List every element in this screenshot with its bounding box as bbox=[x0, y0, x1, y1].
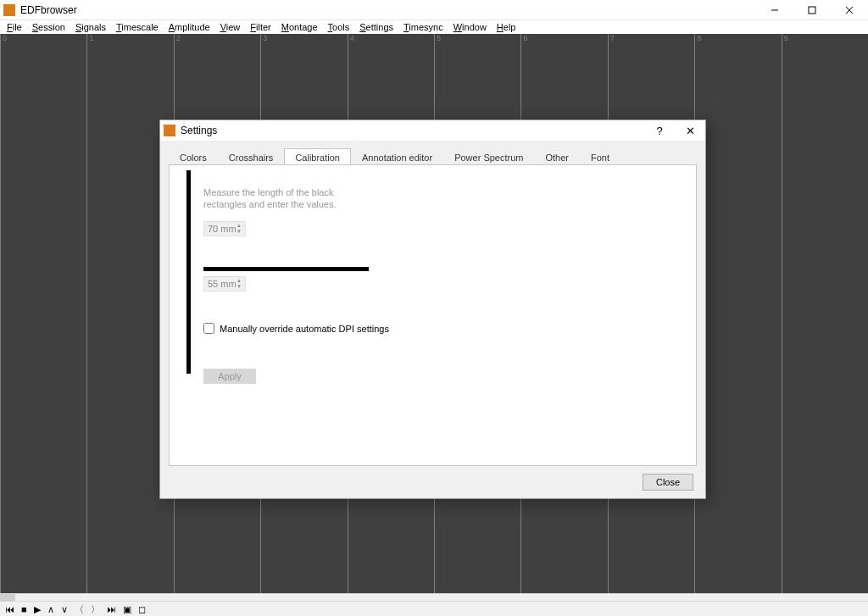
tab-calibration[interactable]: Calibration bbox=[284, 148, 351, 165]
time-scrollbar[interactable] bbox=[0, 594, 868, 602]
svg-rect-1 bbox=[809, 7, 815, 14]
tab-other[interactable]: Other bbox=[534, 148, 580, 165]
calibration-instructions: Measure the length of the black rectangl… bbox=[203, 187, 348, 211]
vertical-calibration-bar bbox=[186, 170, 191, 374]
menu-timescale[interactable]: Timescale bbox=[111, 22, 164, 32]
time-ruler: 0 1 2 3 4 5 6 7 8 9 bbox=[0, 34, 868, 44]
app-icon bbox=[3, 4, 15, 16]
menu-window[interactable]: Window bbox=[448, 22, 492, 32]
dialog-close-x-button[interactable]: ✕ bbox=[675, 120, 705, 141]
dialog-icon bbox=[164, 125, 175, 136]
menu-file[interactable]: File bbox=[2, 22, 27, 32]
vertical-length-value: 70 mm bbox=[208, 224, 236, 234]
skip-end-icon[interactable]: ⏭ bbox=[107, 604, 116, 614]
menu-montage[interactable]: Montage bbox=[276, 22, 323, 32]
close-window-button[interactable] bbox=[831, 0, 868, 20]
time-scrollbar-thumb[interactable] bbox=[0, 594, 15, 602]
maximize-button[interactable] bbox=[793, 0, 831, 20]
override-dpi-row[interactable]: Manually override automatic DPI settings bbox=[203, 323, 389, 334]
apply-button[interactable]: Apply bbox=[203, 369, 256, 384]
menu-session[interactable]: Session bbox=[27, 22, 70, 32]
override-dpi-label: Manually override automatic DPI settings bbox=[220, 324, 389, 334]
tab-font[interactable]: Font bbox=[580, 148, 620, 165]
tick-label: 8 bbox=[697, 34, 701, 42]
minimize-button[interactable] bbox=[756, 0, 793, 20]
close-button[interactable]: Close bbox=[643, 474, 693, 491]
signal-viewer[interactable]: 0 1 2 3 4 5 6 7 8 9 Settings ? ✕ Colors … bbox=[0, 34, 868, 593]
menu-amplitude[interactable]: Amplitude bbox=[164, 22, 215, 32]
menu-filter[interactable]: Filter bbox=[245, 22, 275, 32]
app-title: EDFbrowser bbox=[20, 4, 77, 16]
menu-tools[interactable]: Tools bbox=[323, 22, 355, 32]
settings-tabbar: Colors Crosshairs Calibration Annotation… bbox=[169, 146, 697, 164]
menu-signals[interactable]: Signals bbox=[70, 22, 111, 32]
dialog-footer: Close bbox=[160, 466, 705, 498]
menu-view[interactable]: View bbox=[215, 22, 246, 32]
dialog-title: Settings bbox=[181, 125, 217, 136]
tick-label: 1 bbox=[89, 34, 93, 42]
tab-annotation-editor[interactable]: Annotation editor bbox=[351, 148, 443, 165]
spinner-arrows-icon[interactable]: ▲▼ bbox=[234, 277, 244, 291]
tick-label: 6 bbox=[523, 34, 527, 42]
spinner-arrows-icon[interactable]: ▲▼ bbox=[234, 222, 244, 236]
calibration-pane: Measure the length of the black rectangl… bbox=[169, 164, 697, 466]
transport-controls: ⏮ ■ ▶ ∧ ∨ 〈 〉 ⏭ ▣ ◻ bbox=[0, 602, 868, 616]
next-icon[interactable]: 〉 bbox=[91, 603, 100, 616]
vertical-length-spinner[interactable]: 70 mm ▲▼ bbox=[203, 221, 246, 236]
override-dpi-checkbox[interactable] bbox=[203, 323, 214, 334]
dialog-titlebar: Settings ? ✕ bbox=[160, 120, 705, 141]
tick-label: 2 bbox=[176, 34, 181, 42]
window-controls bbox=[756, 0, 868, 20]
tick-label: 9 bbox=[784, 34, 788, 42]
settings-dialog: Settings ? ✕ Colors Crosshairs Calibrati… bbox=[159, 119, 706, 499]
tick-label: 0 bbox=[3, 34, 7, 42]
tick-label: 5 bbox=[437, 34, 441, 42]
tick-label: 7 bbox=[610, 34, 615, 42]
horizontal-length-spinner[interactable]: 55 mm ▲▼ bbox=[203, 276, 246, 291]
horizontal-calibration-bar bbox=[203, 267, 369, 271]
mode-b-icon[interactable]: ◻ bbox=[138, 604, 146, 615]
menu-timesync[interactable]: Timesync bbox=[398, 22, 448, 32]
horizontal-length-value: 55 mm bbox=[208, 279, 236, 289]
skip-start-icon[interactable]: ⏮ bbox=[5, 604, 14, 614]
dialog-help-button[interactable]: ? bbox=[644, 120, 675, 141]
tab-crosshairs[interactable]: Crosshairs bbox=[218, 148, 285, 165]
down-icon[interactable]: ∨ bbox=[61, 604, 68, 615]
tab-power-spectrum[interactable]: Power Spectrum bbox=[443, 148, 534, 165]
prev-icon[interactable]: 〈 bbox=[75, 603, 84, 616]
up-icon[interactable]: ∧ bbox=[47, 604, 54, 615]
play-icon[interactable]: ▶ bbox=[34, 604, 41, 615]
menu-settings[interactable]: Settings bbox=[354, 22, 398, 32]
stop-icon[interactable]: ■ bbox=[21, 604, 27, 614]
menu-help[interactable]: Help bbox=[492, 22, 521, 32]
tick-label: 3 bbox=[263, 34, 267, 42]
mode-a-icon[interactable]: ▣ bbox=[123, 604, 131, 615]
statusbar: ⏮ ■ ▶ ∧ ∨ 〈 〉 ⏭ ▣ ◻ bbox=[0, 593, 868, 616]
menubar: File Session Signals Timescale Amplitude… bbox=[0, 20, 868, 34]
main-titlebar: EDFbrowser bbox=[0, 0, 868, 20]
tick-label: 4 bbox=[350, 34, 354, 42]
tab-colors[interactable]: Colors bbox=[169, 148, 218, 165]
